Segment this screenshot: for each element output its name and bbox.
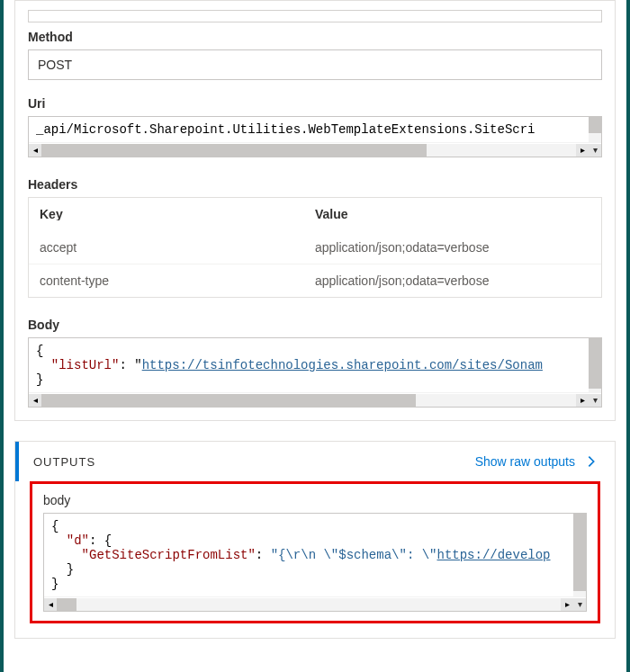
uri-hscroll-track[interactable]	[41, 144, 576, 157]
outputs-card: OUTPUTS Show raw outputs body { "d": { "…	[14, 441, 616, 639]
output-hscroll[interactable]: ◂ ▸ ▾	[44, 596, 586, 611]
body-codebox: { "listUrl": "https://tsinfotechnologies…	[28, 337, 602, 408]
header-key: content-type	[40, 273, 315, 288]
output-body-codebox: { "d": { "GetSiteScriptFromList": "{\r\n…	[43, 513, 587, 612]
body-label: Body	[28, 318, 602, 332]
headers-value-col: Value	[315, 207, 590, 221]
scroll-right-icon[interactable]: ▸	[576, 144, 589, 157]
headers-header-row: Key Value	[29, 198, 601, 231]
page: Method POST Uri _api/Microsoft.Sharepoin…	[0, 0, 630, 672]
body-close: }	[36, 372, 43, 387]
scroll-left-icon[interactable]: ◂	[44, 598, 57, 611]
output-hscroll-thumb[interactable]	[57, 598, 76, 611]
headers-table: Key Value accept application/json;odata=…	[28, 197, 602, 298]
table-row: accept application/json;odata=verbose	[29, 231, 601, 264]
body-vscroll-thumb[interactable]	[589, 338, 601, 389]
output-vscroll-track[interactable]	[573, 514, 586, 596]
uri-field: Uri _api/Microsoft.Sharepoint.Utilities.…	[28, 96, 602, 157]
uri-label: Uri	[28, 96, 602, 111]
body-open: {	[36, 344, 43, 358]
header-value: application/json;odata=verbose	[315, 273, 590, 288]
output-body-label: body	[43, 493, 587, 507]
scroll-down-icon[interactable]: ▾	[589, 144, 601, 157]
output-body-highlight: body { "d": { "GetSiteScriptFromList": "…	[30, 481, 600, 623]
scroll-right-icon[interactable]: ▸	[561, 598, 573, 611]
output-hscroll-track[interactable]	[57, 598, 561, 611]
body-url-link[interactable]: https://tsinfotechnologies.sharepoint.co…	[142, 358, 543, 372]
body-key: "listUrl"	[51, 358, 120, 372]
uri-value: _api/Microsoft.Sharepoint.Utilities.WebT…	[29, 117, 601, 142]
header-key: accept	[40, 240, 315, 255]
headers-label: Headers	[28, 177, 602, 192]
output-vscroll-thumb[interactable]	[573, 514, 586, 591]
table-row: content-type application/json;odata=verb…	[29, 264, 601, 297]
body-field: Body { "listUrl": "https://tsinfotechnol…	[28, 318, 602, 408]
body-hscroll-track[interactable]	[41, 394, 576, 407]
outputs-title: OUTPUTS	[33, 455, 475, 469]
scroll-down-icon[interactable]: ▾	[589, 394, 601, 407]
method-label: Method	[28, 30, 602, 44]
show-raw-outputs-label: Show raw outputs	[475, 454, 575, 469]
uri-vscroll-thumb[interactable]	[589, 117, 601, 133]
show-raw-outputs-link[interactable]: Show raw outputs	[475, 452, 600, 470]
scroll-right-icon[interactable]: ▸	[576, 394, 589, 407]
previous-field-stub	[28, 10, 602, 22]
uri-hscroll[interactable]: ◂ ▸ ▾	[29, 142, 601, 157]
body-vscroll-track[interactable]	[589, 338, 601, 392]
body-hscroll-thumb[interactable]	[41, 394, 416, 407]
body-json: { "listUrl": "https://tsinfotechnologies…	[29, 338, 601, 392]
output-body-json: { "d": { "GetSiteScriptFromList": "{\r\n…	[44, 514, 586, 596]
inputs-card: Method POST Uri _api/Microsoft.Sharepoin…	[14, 0, 616, 421]
headers-field: Headers Key Value accept application/jso…	[28, 177, 602, 298]
uri-vscroll-track[interactable]	[589, 117, 601, 142]
uri-hscroll-thumb[interactable]	[41, 144, 427, 157]
uri-codebox: _api/Microsoft.Sharepoint.Utilities.WebT…	[28, 116, 602, 157]
scroll-down-icon[interactable]: ▾	[573, 598, 586, 611]
method-field: Method POST	[28, 30, 602, 80]
method-value: POST	[28, 49, 602, 80]
headers-body: accept application/json;odata=verbose co…	[29, 231, 601, 297]
output-schema-link[interactable]: https://develop	[437, 548, 551, 562]
chevron-right-icon	[582, 452, 600, 470]
headers-key-col: Key	[40, 207, 315, 221]
body-hscroll[interactable]: ◂ ▸ ▾	[29, 392, 601, 407]
scroll-left-icon[interactable]: ◂	[29, 394, 41, 407]
header-value: application/json;odata=verbose	[315, 240, 590, 255]
scroll-left-icon[interactable]: ◂	[29, 144, 41, 157]
outputs-header: OUTPUTS Show raw outputs	[15, 442, 615, 481]
